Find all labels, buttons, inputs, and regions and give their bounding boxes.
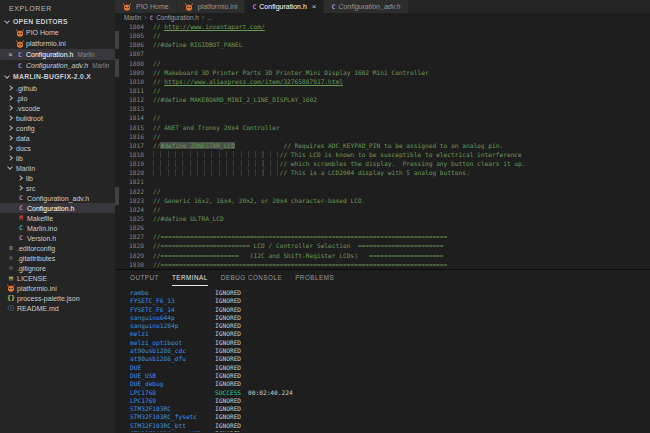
tree-item-configuration-adv-h[interactable]: CConfiguration_adv.h [0, 193, 115, 203]
code-line[interactable]: 1830//==================================… [115, 260, 650, 269]
code-line[interactable]: 1816// [115, 132, 650, 141]
code-line[interactable]: 1817//#define ZONESTAR_LCD // Requires A… [115, 141, 650, 150]
code-line[interactable]: 1806//#define RIGIDBOT_PANEL [115, 40, 650, 49]
tree-item-buildroot[interactable]: buildroot [0, 113, 115, 123]
breadcrumb[interactable]: Marlin›CConfiguration.h›... [115, 13, 650, 22]
code-line[interactable]: 1821 [115, 177, 650, 186]
code-line[interactable]: 1813 [115, 104, 650, 113]
tree-item-makefile[interactable]: MMakefile [0, 213, 115, 223]
project-root-header[interactable]: MARLIN-BUGFIX-2.0.X [0, 71, 115, 82]
line-number: 1823 [122, 196, 144, 205]
code-line[interactable]: 1809// Makeboard 3D Printer Parts 3D Pri… [115, 68, 650, 77]
tree-item--vscode[interactable]: .vscode [0, 103, 115, 113]
code-line[interactable]: 1805// [115, 31, 650, 40]
tree-item-label: LICENSE [17, 275, 47, 282]
terminal-status: IGNORED [215, 397, 248, 405]
c-file-icon: C [16, 234, 26, 242]
panel-tab-problems[interactable]: PROBLEMS [295, 270, 334, 286]
open-editors-header[interactable]: OPEN EDITORS [0, 16, 115, 27]
tab-platformio-ini[interactable]: platformio.ini [177, 0, 246, 13]
close-icon[interactable]: × [312, 2, 317, 11]
platformio-icon [184, 3, 194, 11]
open-editor-item[interactable]: ×CConfiguration.hMarlin [0, 49, 115, 60]
tree-item-license[interactable]: ▤LICENSE [0, 273, 115, 283]
code-line[interactable]: 1812//#define MAKEBOARD_MINI_2_LINE_DISP… [115, 95, 650, 104]
code-line[interactable]: 1827//==================================… [115, 232, 650, 241]
breadcrumb-item[interactable]: ... [207, 14, 212, 21]
open-editor-item[interactable]: PIO Home [0, 27, 115, 38]
panel-tab-bar: OUTPUTTERMINALDEBUG CONSOLEPROBLEMS [115, 270, 650, 289]
tree-item-configuration-h[interactable]: CConfiguration.h [0, 203, 115, 213]
code-line[interactable]: 1807 [115, 49, 650, 58]
open-editor-item[interactable]: CConfiguration_adv.hMarlin [0, 60, 115, 71]
tab-configuration-adv-h[interactable]: CConfiguration_adv.h [324, 0, 408, 13]
code-line[interactable]: 1819 // which scrambles the display. Pre… [115, 159, 650, 168]
tree-item-label: .pio [16, 95, 27, 102]
platformio-icon [15, 40, 25, 48]
panel-tab-debug-console[interactable]: DEBUG CONSOLE [221, 270, 282, 286]
code-line[interactable]: 1824// [115, 205, 650, 214]
line-number: 1807 [122, 49, 144, 58]
code-line[interactable]: 1820 // This is a LCD2004 display with 5… [115, 168, 650, 177]
code-editor[interactable]: 1804// http://www.inventapart.com/1805//… [115, 22, 650, 269]
ino-file-icon: C [16, 224, 26, 232]
tree-item--editorconfig[interactable]: ⚙.editorconfig [0, 243, 115, 253]
tree-item-label: config [16, 125, 35, 132]
tree-item-readme-md[interactable]: ⓘREADME.md [0, 303, 115, 313]
open-editor-detail: Marlin [92, 62, 109, 69]
tree-item-config[interactable]: config [0, 123, 115, 133]
explorer-title: EXPLORER [0, 0, 115, 16]
code-line[interactable]: 1823// Generic 16x2, 16x4, 20x2, or 20x4… [115, 196, 650, 205]
breadcrumb-separator-icon: › [202, 14, 204, 21]
code-line[interactable]: 1818 // This LCD is known to be suscepti… [115, 150, 650, 159]
panel-tab-terminal[interactable]: TERMINAL [172, 270, 208, 286]
tree-item-lib[interactable]: lib [0, 173, 115, 183]
code-line[interactable]: 1815// ANET and Tronxy 20x4 Controller [115, 123, 650, 132]
gutter-glyph [115, 159, 122, 168]
gutter-glyph [115, 214, 122, 223]
gutter-glyph [115, 68, 122, 77]
code-line[interactable]: 1804// http://www.inventapart.com/ [115, 22, 650, 31]
tree-item--github[interactable]: .github [0, 83, 115, 93]
code-line[interactable]: 1814// [115, 113, 650, 122]
terminal-status: IGNORED [215, 430, 248, 432]
breadcrumb-item[interactable]: Configuration.h [156, 14, 199, 21]
tab-configuration-h[interactable]: CConfiguration.h× [245, 0, 324, 13]
terminal-env-name: rambo [130, 289, 215, 297]
json-icon: {} [6, 294, 16, 302]
code-line[interactable]: 1828//======================== LCD / Con… [115, 241, 650, 250]
tree-item--gitattributes[interactable]: ⊙.gitattributes [0, 253, 115, 263]
code-line-content: //#define RIGIDBOT_PANEL [144, 40, 242, 49]
tree-item-label: data [16, 135, 30, 142]
explorer-sidebar: EXPLORER OPEN EDITORS PIO Homeplatformio… [0, 0, 115, 433]
code-line[interactable]: 1829//===================== (I2C and Shi… [115, 251, 650, 260]
tree-item--gitignore[interactable]: ⊙.gitignore [0, 263, 115, 273]
tree-item-lib[interactable]: lib [0, 153, 115, 163]
code-line[interactable]: 1808// [115, 59, 650, 68]
code-line[interactable]: 1822// [115, 187, 650, 196]
code-line[interactable]: 1811// [115, 86, 650, 95]
tree-item-marlin-ino[interactable]: CMarlin.ino [0, 223, 115, 233]
open-editor-item[interactable]: platformio.ini [0, 38, 115, 49]
c-file-icon: C [15, 51, 25, 59]
tree-item-platformio-ini[interactable]: platformio.ini [0, 283, 115, 293]
tree-item-label: Configuration.h [27, 205, 74, 212]
breadcrumb-item[interactable]: Marlin [124, 14, 141, 21]
tree-item-label: .gitattributes [17, 255, 55, 262]
code-line[interactable]: 1825//#define ULTRA_LCD [115, 214, 650, 223]
tree-item-label: platformio.ini [17, 285, 57, 292]
tree-item-marlin[interactable]: Marlin [0, 163, 115, 173]
close-icon[interactable]: × [6, 50, 15, 59]
tree-item-src[interactable]: src [0, 183, 115, 193]
code-line[interactable]: 1810// https://www.aliexpress.com/item/3… [115, 77, 650, 86]
terminal-output[interactable]: ramboIGNOREDFYSETC_F6_13IGNOREDFYSETC_F6… [115, 289, 650, 432]
code-line-content [144, 104, 153, 113]
tab-pio-home[interactable]: PIO Home [115, 0, 177, 13]
tree-item-version-h[interactable]: CVersion.h [0, 233, 115, 243]
tree-item-data[interactable]: data [0, 133, 115, 143]
tree-item-docs[interactable]: docs [0, 143, 115, 153]
tree-item-process-palette-json[interactable]: {}process-palette.json [0, 293, 115, 303]
panel-tab-output[interactable]: OUTPUT [130, 270, 159, 286]
tree-item--pio[interactable]: .pio [0, 93, 115, 103]
code-line[interactable]: 1826 [115, 223, 650, 232]
